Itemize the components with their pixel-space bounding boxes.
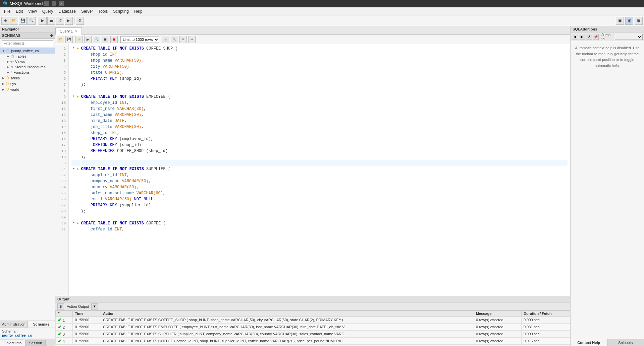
action-output-label: Action Output <box>67 304 89 308</box>
folder-icon: 📋 <box>10 55 14 58</box>
new-connection-button[interactable]: ⊕ <box>1 17 9 25</box>
tab-session[interactable]: Session <box>25 340 46 346</box>
prev-button[interactable]: ◀ <box>572 34 578 40</box>
schema-world[interactable]: ▶ ⬡ world <box>0 86 55 92</box>
stop-button[interactable]: ⏹ <box>102 36 109 43</box>
tab-close-icon[interactable]: ✕ <box>75 29 77 33</box>
jump-to-select[interactable] <box>615 34 643 40</box>
exec-indicator-3 <box>71 58 76 62</box>
explain-button[interactable]: 🔍 <box>93 36 100 43</box>
word-wrap-button[interactable]: ↩ <box>188 36 196 43</box>
exec-indicator-1: ● <box>71 46 76 50</box>
execute-current-button[interactable]: ▶ <box>84 36 92 43</box>
query-tab-1[interactable]: Query 1 ✕ <box>55 27 82 35</box>
navigator-label: Navigator <box>2 27 19 31</box>
tab-object-info[interactable]: Object Info <box>0 340 25 346</box>
schema-sys[interactable]: ▶ ⬡ sys <box>0 81 55 86</box>
menu-scripting[interactable]: Scripting <box>110 8 131 14</box>
zoom-in-button[interactable]: ⚡ <box>162 36 169 43</box>
refresh-help-button[interactable]: ↺ <box>586 34 592 40</box>
execute-button[interactable]: ⚡ <box>75 36 83 43</box>
tab-schemas[interactable]: Schemas <box>28 321 55 328</box>
format-button[interactable]: ≡ <box>179 36 187 43</box>
editor-area: 1 2 3 4 5 6 7 8 9 10 11 12 13 14 15 16 1… <box>55 44 570 296</box>
run-button[interactable]: ▶ <box>39 17 47 25</box>
code-line-5: state CHAR(2), <box>71 70 568 76</box>
output-clear-button[interactable]: 🗑 <box>57 303 64 309</box>
layout-btn-2[interactable]: ▣ <box>625 17 633 25</box>
code-line-28: ); <box>71 208 568 214</box>
type-varchar: VARCHAR(50) <box>103 64 129 70</box>
kw-create: CREATE TABLE IF NOT EXISTS <box>81 46 144 52</box>
menu-tools[interactable]: Tools <box>96 8 110 14</box>
schema-name: jaunty_coffee_co <box>11 49 39 53</box>
menu-help[interactable]: Help <box>131 8 145 14</box>
stored-procedures-folder[interactable]: ▶ ⚙ Stored Procedures <box>5 64 55 70</box>
inspect-button[interactable]: 🔍 <box>28 17 36 25</box>
exec-indicator-20 <box>71 160 76 165</box>
tab-administration[interactable]: Administration <box>0 321 28 328</box>
line-num-15: 15 <box>55 130 68 136</box>
row-status: ✔ 2 <box>56 324 73 331</box>
open-file-button[interactable]: 📂 <box>57 36 64 43</box>
line-num-22: 22 <box>55 172 68 178</box>
row-action: CREATE TABLE IF NOT EXISTS COFFEE ( coff… <box>101 338 474 345</box>
caret-icon: ▶ <box>2 76 4 80</box>
output-label: Output <box>57 297 69 301</box>
menu-server[interactable]: Server <box>78 8 96 14</box>
tables-folder[interactable]: ▶ 📋 Tables <box>5 54 55 59</box>
row-action: CREATE TABLE IF NOT EXISTS EMPLOYEE ( em… <box>101 324 474 331</box>
menu-edit[interactable]: Edit <box>13 8 25 14</box>
refresh-button[interactable]: ↺ <box>56 17 64 25</box>
row-time: 01:59:00 <box>73 338 101 345</box>
limit-select[interactable]: Limit to 1000 rows No Limit Limit to 10 … <box>120 36 159 43</box>
layout-btn-3[interactable]: ▣ <box>635 17 643 25</box>
type-char: CHAR(2) <box>105 70 122 76</box>
row-message: 0 row(s) affected <box>474 324 521 331</box>
functions-folder[interactable]: ▶ ƒ Functions <box>5 70 55 75</box>
exec-indicator-24 <box>71 184 76 189</box>
toolbar-separator-1 <box>37 17 37 24</box>
menu-file[interactable]: File <box>1 8 13 14</box>
caret-icon: ▼ <box>2 49 5 53</box>
zoom-out-button[interactable]: 🔧 <box>171 36 178 43</box>
schema-sakila[interactable]: ▶ ⬡ sakila <box>0 75 55 81</box>
stop-button[interactable]: ⏹ <box>47 17 55 25</box>
execute-current-button[interactable]: ▶| <box>65 17 73 25</box>
menu-query[interactable]: Query <box>40 8 56 14</box>
menu-database[interactable]: Database <box>56 8 78 14</box>
exec-indicator-17 <box>71 142 76 147</box>
code-line-21: ● ◆ CREATE TABLE IF NOT EXISTS SUPPLIER … <box>71 166 568 172</box>
line-num-24: 24 <box>55 184 68 190</box>
save-file-button[interactable]: 💾 <box>65 36 73 43</box>
settings-button[interactable]: ⚙ <box>76 17 84 25</box>
filter-input[interactable] <box>2 40 53 46</box>
minimize-button[interactable]: ─ <box>44 1 49 6</box>
views-folder[interactable]: ▶ 👁 Views <box>5 59 55 64</box>
output-filter-button[interactable]: ▼ <box>91 303 98 309</box>
stop-script-button[interactable]: ⏹ <box>110 36 118 43</box>
next-button[interactable]: ▶ <box>579 34 585 40</box>
line-num-26: 26 <box>55 196 68 202</box>
open-script-button[interactable]: 📂 <box>10 17 18 25</box>
schema-icon: ⬡ <box>6 87 9 91</box>
row-time: 01:59:00 <box>73 331 101 338</box>
pin-button[interactable]: 📌 <box>593 34 599 40</box>
main-area: Navigator SCHEMAS ⚙ ▼ ⬡ jaunty_coffee_co <box>0 26 644 346</box>
tab-snippets[interactable]: Snippets <box>607 339 644 346</box>
code-editor[interactable]: ● ◆ CREATE TABLE IF NOT EXISTS COFFEE_SH… <box>69 44 570 296</box>
code-line-23: company_name VARCHAR(50), <box>71 178 568 184</box>
layout-btn-1[interactable]: ▣ <box>616 17 624 25</box>
maximize-button[interactable]: □ <box>52 1 56 6</box>
context-help-area: Automatic context help is disabled. Use … <box>571 41 644 339</box>
tab-bar: Query 1 ✕ <box>55 26 570 35</box>
code-line-4: city VARCHAR(50), <box>71 64 568 70</box>
left-panel: Navigator SCHEMAS ⚙ ▼ ⬡ jaunty_coffee_co <box>0 26 55 346</box>
tab-context-help[interactable]: Context Help <box>571 339 607 346</box>
schema-jaunty-coffee-co[interactable]: ▼ ⬡ jaunty_coffee_co <box>0 48 55 54</box>
close-button[interactable]: ✕ <box>59 1 64 6</box>
exec-indicator-19 <box>71 154 76 159</box>
line-num-10: 10 <box>55 100 68 106</box>
menu-view[interactable]: View <box>25 8 40 14</box>
save-script-button[interactable]: 💾 <box>19 17 27 25</box>
